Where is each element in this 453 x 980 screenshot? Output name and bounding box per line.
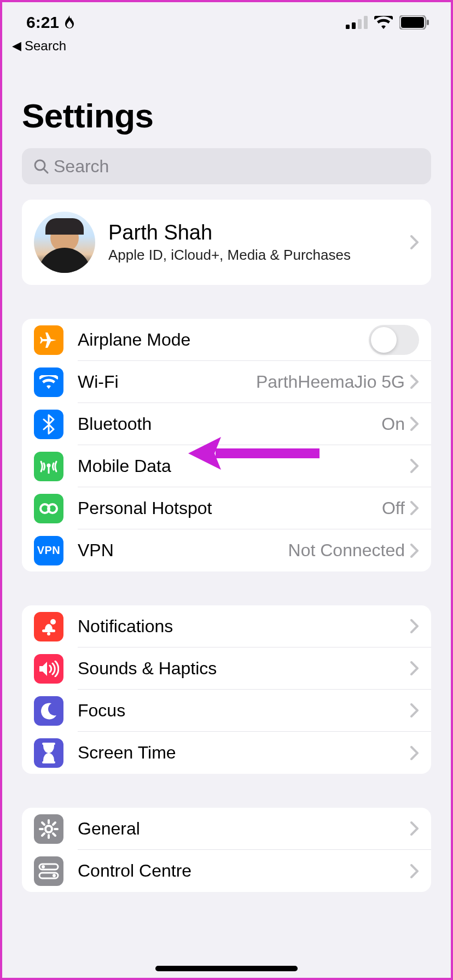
chevron-right-icon xyxy=(410,864,419,878)
settings-search-field[interactable] xyxy=(22,148,431,184)
svg-line-25 xyxy=(42,833,44,836)
general-group: General Control Centre xyxy=(22,808,431,892)
bluetooth-row[interactable]: Bluetooth On xyxy=(22,403,431,445)
row-label: Bluetooth xyxy=(78,414,381,434)
notifications-icon xyxy=(34,612,63,641)
svg-rect-6 xyxy=(427,20,429,25)
row-value: Off xyxy=(382,498,405,518)
wifi-icon xyxy=(374,16,393,29)
general-icon xyxy=(34,814,63,844)
wifi-row[interactable]: Wi-Fi ParthHeemaJio 5G xyxy=(22,361,431,403)
svg-rect-1 xyxy=(352,22,356,29)
back-to-search[interactable]: ◀ Search xyxy=(2,35,451,54)
profile-group: Parth Shah Apple ID, iCloud+, Media & Pu… xyxy=(22,200,431,285)
bluetooth-icon xyxy=(34,410,63,439)
sounds-icon xyxy=(34,654,63,684)
time-text: 6:21 xyxy=(26,13,59,32)
chevron-right-icon xyxy=(410,459,419,473)
row-value: On xyxy=(381,414,405,434)
cellular-icon xyxy=(346,16,368,29)
svg-point-28 xyxy=(42,865,45,868)
chevron-right-icon xyxy=(410,703,419,718)
back-label: Search xyxy=(25,38,66,54)
vpn-badge-text: VPN xyxy=(37,544,61,557)
svg-rect-3 xyxy=(364,16,368,29)
chevron-right-icon xyxy=(410,417,419,431)
airplane-icon xyxy=(34,325,63,355)
flame-icon xyxy=(63,15,76,30)
connectivity-group: Airplane Mode Wi-Fi ParthHeemaJio 5G Blu… xyxy=(22,319,431,571)
general-row[interactable]: General xyxy=(22,808,431,850)
airplane-toggle[interactable] xyxy=(369,325,419,355)
row-label: Notifications xyxy=(78,616,410,637)
notifications-group: Notifications Sounds & Haptics Focus Scr… xyxy=(22,605,431,774)
search-input[interactable] xyxy=(54,156,420,177)
svg-rect-10 xyxy=(48,466,50,474)
chevron-right-icon xyxy=(410,375,419,389)
row-label: Focus xyxy=(78,701,410,721)
airplane-mode-row[interactable]: Airplane Mode xyxy=(22,319,431,361)
svg-line-26 xyxy=(53,822,55,825)
hotspot-icon xyxy=(34,494,63,523)
row-label: Airplane Mode xyxy=(78,330,369,350)
svg-rect-13 xyxy=(42,629,55,632)
svg-point-15 xyxy=(50,619,56,625)
row-label: Wi-Fi xyxy=(78,372,256,392)
row-label: Sounds & Haptics xyxy=(78,658,410,679)
row-label: Control Centre xyxy=(78,861,410,881)
chevron-right-icon xyxy=(410,501,419,515)
svg-line-8 xyxy=(44,169,48,173)
svg-point-30 xyxy=(53,874,56,877)
chevron-right-icon xyxy=(410,619,419,633)
sounds-row[interactable]: Sounds & Haptics xyxy=(22,648,431,690)
profile-text: Parth Shah Apple ID, iCloud+, Media & Pu… xyxy=(108,221,397,264)
focus-row[interactable]: Focus xyxy=(22,690,431,732)
screen-time-icon xyxy=(34,738,63,768)
hotspot-row[interactable]: Personal Hotspot Off xyxy=(22,487,431,529)
home-indicator[interactable] xyxy=(155,966,298,971)
vpn-icon: VPN xyxy=(34,536,63,565)
svg-rect-5 xyxy=(401,17,424,28)
svg-point-14 xyxy=(47,632,50,635)
status-time: 6:21 xyxy=(26,13,76,32)
profile-name: Parth Shah xyxy=(108,221,397,244)
svg-rect-0 xyxy=(346,25,350,29)
chevron-right-icon xyxy=(410,821,419,836)
back-chevron-icon: ◀ xyxy=(12,39,21,53)
search-icon xyxy=(33,158,49,174)
row-label: VPN xyxy=(78,540,288,561)
chevron-right-icon xyxy=(410,746,419,760)
control-centre-row[interactable]: Control Centre xyxy=(22,850,431,892)
control-centre-icon xyxy=(34,856,63,886)
chevron-right-icon xyxy=(410,235,419,249)
row-label: Screen Time xyxy=(78,743,410,763)
cellular-data-icon xyxy=(34,452,63,481)
row-value: Not Connected xyxy=(288,540,405,561)
chevron-right-icon xyxy=(410,661,419,675)
status-bar: 6:21 xyxy=(2,2,451,35)
vpn-row[interactable]: VPN VPN Not Connected xyxy=(22,529,431,571)
profile-subtitle: Apple ID, iCloud+, Media & Purchases xyxy=(108,247,397,264)
screen-time-row[interactable]: Screen Time xyxy=(22,732,431,774)
svg-line-24 xyxy=(53,833,55,836)
row-label: Personal Hotspot xyxy=(78,498,382,518)
status-indicators xyxy=(346,15,429,30)
page-title: Settings xyxy=(2,54,451,144)
notifications-row[interactable]: Notifications xyxy=(22,605,431,648)
wifi-settings-icon xyxy=(34,368,63,397)
row-label: General xyxy=(78,819,410,839)
row-value: ParthHeemaJio 5G xyxy=(256,372,405,392)
row-label: Mobile Data xyxy=(78,456,410,476)
svg-line-23 xyxy=(42,822,44,825)
svg-point-18 xyxy=(45,826,52,832)
avatar xyxy=(34,212,95,273)
mobile-data-row[interactable]: Mobile Data xyxy=(22,445,431,487)
apple-id-row[interactable]: Parth Shah Apple ID, iCloud+, Media & Pu… xyxy=(22,200,431,285)
chevron-right-icon xyxy=(410,544,419,558)
svg-rect-16 xyxy=(42,743,55,745)
svg-rect-2 xyxy=(358,19,362,29)
focus-icon xyxy=(34,696,63,726)
battery-icon xyxy=(399,15,429,30)
svg-rect-17 xyxy=(42,761,55,763)
